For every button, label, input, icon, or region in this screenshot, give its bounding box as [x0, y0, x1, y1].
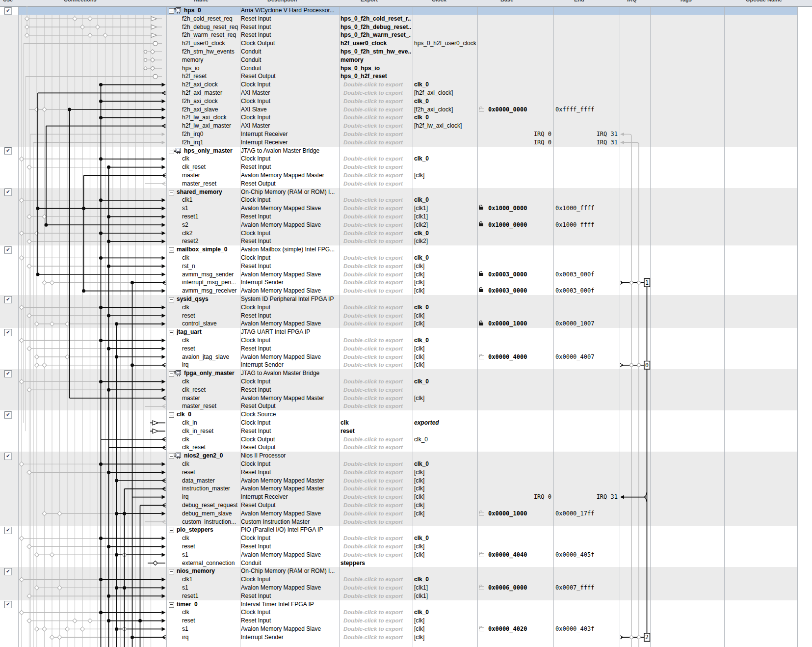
export-name[interactable]: hps_0_h2f_reset — [341, 72, 411, 81]
port-row-s1[interactable]: s1Avalon Memory Mapped SlaveDouble-click… — [0, 625, 812, 633]
component-name[interactable]: shared_memory — [177, 188, 239, 196]
export-placeholder[interactable]: Double-click to export — [343, 336, 411, 345]
use-checkbox[interactable]: ✔ — [4, 189, 12, 196]
port-row-h2f_reset[interactable]: h2f_resetReset Outputhps_0_h2f_reset — [0, 72, 812, 81]
export-placeholder[interactable]: Double-click to export — [343, 353, 411, 361]
port-name[interactable]: custom_instruction... — [182, 518, 239, 526]
port-name[interactable]: clk — [182, 155, 239, 163]
port-row-clk_reset[interactable]: clk_resetReset OutputDouble-click to exp… — [0, 443, 812, 452]
port-name[interactable]: master — [182, 171, 239, 180]
component-name[interactable]: nios2_gen2_0 — [184, 452, 239, 460]
port-name[interactable]: clk_reset — [182, 163, 239, 171]
port-name[interactable]: h2f_lw_axi_clock — [182, 113, 239, 122]
use-checkbox[interactable]: ✔ — [4, 411, 12, 419]
port-row-clk[interactable]: clkClock OutputDouble-click to exportclk… — [0, 435, 812, 444]
port-name[interactable]: clk — [182, 608, 239, 617]
port-name[interactable]: data_master — [182, 477, 239, 485]
export-placeholder[interactable]: Double-click to export — [343, 221, 411, 229]
port-name[interactable]: h2f_lw_axi_master — [182, 122, 239, 130]
export-placeholder[interactable]: Double-click to export — [343, 155, 411, 163]
component-row-jtag_uart[interactable]: ✔jtag_uartJTAG UART Intel FPGA IP — [0, 328, 812, 336]
port-row-clk[interactable]: clkClock InputDouble-click to exportclk_… — [0, 377, 812, 386]
unlock-icon[interactable] — [479, 553, 484, 557]
collapse-icon[interactable] — [169, 569, 174, 574]
export-name[interactable]: steppers — [341, 559, 411, 567]
collapse-icon[interactable] — [169, 247, 174, 253]
port-row-clk[interactable]: clkClock InputDouble-click to exportclk_… — [0, 303, 812, 312]
port-name[interactable]: reset1 — [182, 592, 239, 600]
port-name[interactable]: reset — [182, 468, 239, 477]
use-checkbox[interactable]: ✔ — [4, 370, 12, 377]
export-placeholder[interactable]: Double-click to export — [343, 443, 411, 452]
port-name[interactable]: s1 — [182, 625, 239, 633]
export-placeholder[interactable]: Double-click to export — [343, 320, 411, 328]
port-name[interactable]: s1 — [182, 584, 239, 592]
export-placeholder[interactable]: Double-click to export — [343, 625, 411, 633]
port-name[interactable]: h2f_reset — [182, 72, 239, 81]
column-header-connections[interactable]: Connections — [64, 0, 97, 2]
port-row-clk2[interactable]: clk2Clock InputDouble-click to exportclk… — [0, 229, 812, 238]
collapse-icon[interactable] — [169, 8, 174, 14]
collapse-icon[interactable] — [169, 149, 174, 154]
port-name[interactable]: f2h_warm_reset_req — [182, 31, 239, 39]
port-row-external_connection[interactable]: external_connectionConduitsteppers — [0, 559, 812, 567]
port-name[interactable]: clk — [182, 303, 239, 312]
port-row-clk[interactable]: clkClock InputDouble-click to exportclk_… — [0, 155, 812, 163]
port-name[interactable]: hps_io — [182, 64, 239, 73]
use-checkbox[interactable]: ✔ — [4, 601, 12, 608]
component-name[interactable]: jtag_uart — [177, 328, 239, 336]
port-name[interactable]: irq — [182, 633, 239, 642]
collapse-icon[interactable] — [169, 330, 174, 335]
export-placeholder[interactable]: Double-click to export — [343, 608, 411, 617]
column-header-tags[interactable]: Tags — [680, 0, 692, 2]
export-placeholder[interactable]: Double-click to export — [343, 113, 411, 122]
export-name[interactable]: hps_0_hps_io — [341, 64, 411, 73]
port-name[interactable]: clk — [182, 336, 239, 345]
port-name[interactable]: s1 — [182, 551, 239, 559]
collapse-icon[interactable] — [169, 190, 174, 195]
export-placeholder[interactable]: Double-click to export — [343, 575, 411, 584]
port-row-avmm_msg_sender[interactable]: avmm_msg_senderAvalon Memory Mapped Slav… — [0, 270, 812, 279]
port-row-f2h_irq0[interactable]: f2h_irq0Interrupt ReceiverDouble-click t… — [0, 130, 812, 138]
port-name[interactable]: reset2 — [182, 237, 239, 245]
port-row-master[interactable]: masterAvalon Memory Mapped MasterDouble-… — [0, 171, 812, 180]
export-placeholder[interactable]: Double-click to export — [343, 435, 411, 444]
export-name[interactable]: hps_0_f2h_stm_hw_eve... — [341, 48, 411, 56]
port-row-s2[interactable]: s2Avalon Memory Mapped SlaveDouble-click… — [0, 221, 812, 229]
port-name[interactable]: reset1 — [182, 213, 239, 221]
collapse-icon[interactable] — [169, 371, 174, 377]
column-header-description[interactable]: Description — [267, 0, 297, 2]
port-row-f2h_axi_clock[interactable]: f2h_axi_clockClock InputDouble-click to … — [0, 97, 812, 106]
lock-icon[interactable] — [479, 289, 483, 292]
port-name[interactable]: f2h_cold_reset_req — [182, 15, 239, 23]
unlock-icon[interactable] — [479, 108, 484, 112]
port-name[interactable]: s2 — [182, 221, 239, 229]
port-row-clk[interactable]: clkClock InputDouble-click to exportclk_… — [0, 336, 812, 345]
port-row-master_reset[interactable]: master_resetReset OutputDouble-click to … — [0, 402, 812, 410]
export-placeholder[interactable]: Double-click to export — [343, 584, 411, 592]
column-header-irq[interactable]: IRQ — [627, 0, 637, 2]
collapse-icon[interactable] — [169, 602, 174, 608]
base-address[interactable]: 0x0000_1000 — [488, 320, 551, 328]
use-checkbox[interactable]: ✔ — [4, 296, 12, 303]
port-row-h2f_lw_axi_master[interactable]: h2f_lw_axi_masterAXI MasterDouble-click … — [0, 122, 812, 130]
base-address[interactable]: 0x0003_0000 — [488, 270, 551, 279]
export-placeholder[interactable]: Double-click to export — [343, 254, 411, 262]
export-placeholder[interactable]: Double-click to export — [343, 617, 411, 625]
port-row-debug_reset_request[interactable]: debug_reset_requestReset OutputDouble-cl… — [0, 501, 812, 510]
export-placeholder[interactable]: Double-click to export — [343, 171, 411, 180]
use-checkbox[interactable]: ✔ — [4, 453, 12, 460]
port-name[interactable]: clk_reset — [182, 443, 239, 452]
export-name[interactable]: clk — [341, 419, 411, 427]
port-name[interactable]: avalon_jtag_slave — [182, 353, 239, 361]
component-name[interactable]: hps_only_master — [184, 147, 239, 155]
export-name[interactable]: hps_0_f2h_debug_reset... — [341, 23, 411, 31]
export-placeholder[interactable]: Double-click to export — [343, 542, 411, 551]
port-row-h2f_axi_clock[interactable]: h2f_axi_clockClock InputDouble-click to … — [0, 81, 812, 89]
port-row-interrupt_msg_pen[interactable]: interrupt_msg_pen...Interrupt SenderDoub… — [0, 278, 812, 287]
port-row-f2h_axi_slave[interactable]: f2h_axi_slaveAXI SlaveDouble-click to ex… — [0, 106, 812, 114]
component-name[interactable]: timer_0 — [177, 600, 239, 609]
export-placeholder[interactable]: Double-click to export — [343, 345, 411, 353]
port-row-instruction_master[interactable]: instruction_masterAvalon Memory Mapped M… — [0, 485, 812, 493]
export-placeholder[interactable]: Double-click to export — [343, 493, 411, 501]
